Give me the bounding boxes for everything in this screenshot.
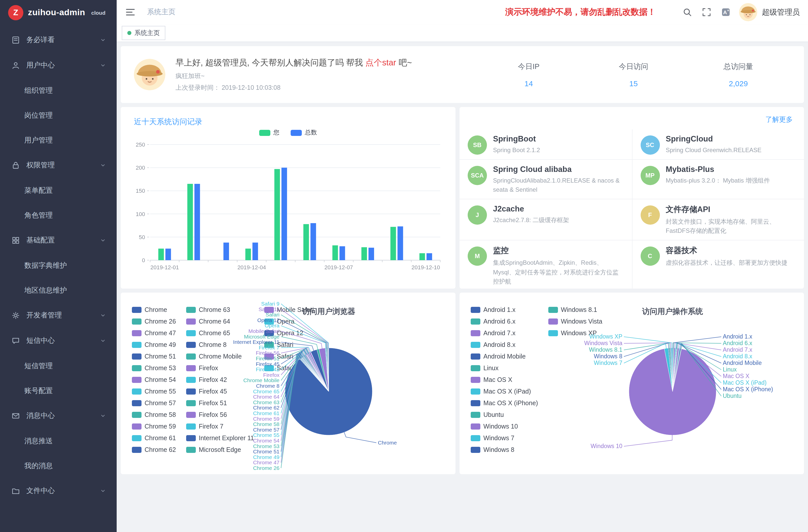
sidebar-item-7[interactable]: 文件中心 — [0, 478, 117, 503]
sidebar-item-6[interactable]: 消息中心 — [0, 403, 117, 428]
row-charts-top: 近十天系统访问记录 您总数 0501001502002502019-12-012… — [121, 107, 804, 289]
page-content: 早上好, 超级管理员, 今天帮别人解决问题了吗 帮我点个star吧~ 疯狂加班~… — [117, 42, 808, 532]
tech-badge-icon: J — [468, 205, 487, 225]
tech-desc: Spring Cloud Greenwich.RELEASE — [666, 146, 761, 155]
last-login-value: 2019-12-10 10:03:08 — [222, 84, 280, 91]
tech-desc: 封装文件接口，实现本地存储、阿里云、FastDFS存储的配置化 — [666, 217, 795, 236]
star-link[interactable]: 点个star — [365, 58, 396, 67]
os-pie-chart: 访问用户操作系统Windows XPWindows VistaWindows 8… — [460, 293, 804, 474]
app-title: zuihou-admin — [28, 7, 85, 18]
tech-badge-icon: SC — [640, 135, 660, 155]
top-bar: 系统主页 演示环境维护不易，请勿乱删乱改数据！ A+ 超级管理员 — [117, 0, 808, 24]
chevron-down-icon — [99, 488, 107, 494]
svg-text:Chrome 54: Chrome 54 — [253, 438, 279, 443]
svg-text:Safari 11: Safari 11 — [259, 306, 280, 312]
svg-text:Chrome 47: Chrome 47 — [253, 459, 279, 465]
search-icon[interactable] — [682, 7, 692, 17]
stat-value: 14 — [525, 79, 533, 88]
tab-home[interactable]: 系统主页 — [122, 26, 165, 40]
svg-text:Chrome 26: Chrome 26 — [253, 465, 279, 471]
user-icon — [11, 61, 20, 70]
sidebar-subitem[interactable]: 组织管理 — [0, 78, 117, 103]
avatar[interactable] — [739, 3, 757, 21]
tags-view-bar: 系统主页 — [117, 24, 808, 42]
header-icons: A+ — [673, 7, 731, 17]
sidebar-item-label: 基础配置 — [26, 236, 99, 245]
svg-text:2019-12-07: 2019-12-07 — [324, 264, 353, 271]
svg-text:Firefox 42: Firefox 42 — [256, 366, 279, 372]
tech-title: 容器技术 — [666, 245, 787, 256]
svg-text:Windows Vista: Windows Vista — [584, 340, 623, 346]
svg-text:Chrome 64: Chrome 64 — [253, 394, 279, 400]
sidebar-subitem[interactable]: 地区信息维护 — [0, 278, 117, 303]
chevron-down-icon — [99, 237, 107, 244]
breadcrumb[interactable]: 系统主页 — [147, 7, 176, 17]
browser-pie-chart: 访问用户浏览器Safari 9Safari 11SafariOpera 12Op… — [121, 293, 456, 474]
font-size-icon[interactable]: A+ — [721, 7, 731, 17]
stat-今日访问: 今日访问15 — [581, 61, 686, 88]
greeting-title-prefix: 早上好, 超级管理员, 今天帮别人解决问题了吗 帮我 — [176, 58, 363, 67]
sidebar-item-0[interactable]: 务必详看 — [0, 27, 117, 53]
last-login-label: 上次登录时间： — [176, 84, 220, 91]
tech-item-Mybatis-Plus: MPMybatis-PlusMybatis-plus 3.2.0： Mybati… — [632, 159, 804, 199]
sidebar-item-1[interactable]: 用户中心 — [0, 53, 117, 78]
sidebar-subitem[interactable]: 岗位管理 — [0, 103, 117, 128]
tech-badge-icon: SCA — [468, 166, 487, 185]
chevron-down-icon — [99, 162, 107, 169]
app-logo[interactable]: Z zuihou-admin cloud — [0, 0, 117, 25]
svg-text:+: + — [727, 8, 729, 13]
fullscreen-icon[interactable] — [701, 7, 712, 17]
stats-row: 今日IP14今日访问15总访问量2,029 — [476, 61, 791, 88]
greeting-texts: 早上好, 超级管理员, 今天帮别人解决问题了吗 帮我点个star吧~ 疯狂加班~… — [176, 57, 476, 92]
svg-text:Windows XP: Windows XP — [589, 333, 622, 340]
visit-bar-chart: 0501001502002502019-12-012019-12-042019-… — [125, 135, 449, 283]
stat-总访问量: 总访问量2,029 — [686, 61, 791, 88]
svg-text:Chrome 55: Chrome 55 — [253, 432, 279, 438]
sidebar-subitem[interactable]: 数据字典维护 — [0, 253, 117, 278]
sidebar-subitem[interactable]: 我的消息 — [0, 453, 117, 478]
sidebar-toggle-icon[interactable] — [125, 6, 136, 18]
svg-text:150: 150 — [136, 188, 145, 194]
svg-text:Firefox 45: Firefox 45 — [256, 361, 279, 367]
tech-stack-card: 了解更多 SBSpringBootSpring Boot 2.1.2SCSpri… — [460, 107, 804, 289]
stat-label: 今日IP — [518, 61, 539, 71]
chevron-down-icon — [99, 62, 107, 69]
svg-text:访问用户浏览器: 访问用户浏览器 — [302, 307, 355, 315]
tech-title: 监控 — [493, 245, 623, 256]
svg-text:Android 6.x: Android 6.x — [723, 340, 752, 346]
svg-text:Firefox 51: Firefox 51 — [256, 355, 279, 361]
sidebar-item-4[interactable]: 开发者管理 — [0, 303, 117, 328]
sidebar-subitem[interactable]: 菜单配置 — [0, 178, 117, 203]
browser-chart-card: ChromeChrome 26Chrome 47Chrome 49Chrome … — [121, 293, 456, 474]
learn-more-link[interactable]: 了解更多 — [766, 115, 793, 124]
sidebar-subitem[interactable]: 短信管理 — [0, 353, 117, 378]
sidebar-item-2[interactable]: 权限管理 — [0, 153, 117, 178]
tech-item-SpringCloud: SCSpringCloudSpring Cloud Greenwich.RELE… — [632, 129, 804, 159]
tech-badge-icon: SB — [468, 135, 487, 155]
svg-text:Chrome: Chrome — [378, 440, 397, 445]
row-charts-bottom: ChromeChrome 26Chrome 47Chrome 49Chrome … — [121, 293, 804, 474]
sidebar-menu: 务必详看用户中心组织管理岗位管理用户管理权限管理菜单配置角色管理基础配置数据字典… — [0, 27, 117, 503]
sidebar-subitem[interactable]: 消息推送 — [0, 428, 117, 453]
book-icon — [11, 36, 20, 44]
svg-text:Linux: Linux — [723, 366, 737, 373]
svg-text:Firefox 56: Firefox 56 — [256, 350, 279, 356]
svg-text:Chrome 62: Chrome 62 — [253, 405, 279, 410]
svg-text:Chrome 53: Chrome 53 — [253, 443, 279, 449]
svg-text:Chrome 58: Chrome 58 — [253, 421, 279, 427]
user-name[interactable]: 超级管理员 — [762, 7, 800, 17]
sidebar-item-5[interactable]: 短信中心 — [0, 328, 117, 353]
sidebar-subitem[interactable]: 用户管理 — [0, 128, 117, 153]
chevron-down-icon — [99, 412, 107, 419]
sidebar-item-label: 权限管理 — [26, 161, 99, 170]
legend-swatch — [259, 130, 270, 136]
sidebar-subitem[interactable]: 角色管理 — [0, 203, 117, 228]
sidebar-item-3[interactable]: 基础配置 — [0, 228, 117, 253]
folder-icon — [11, 487, 20, 495]
svg-text:Safari 9: Safari 9 — [261, 301, 279, 307]
stat-label: 总访问量 — [723, 61, 753, 71]
tech-grid: SBSpringBootSpring Boot 2.1.2SCSpringClo… — [460, 129, 804, 289]
sidebar-subitem[interactable]: 账号配置 — [0, 378, 117, 403]
tech-title: Spring Cloud alibaba — [493, 165, 623, 174]
svg-text:Chrome 65: Chrome 65 — [253, 388, 279, 394]
